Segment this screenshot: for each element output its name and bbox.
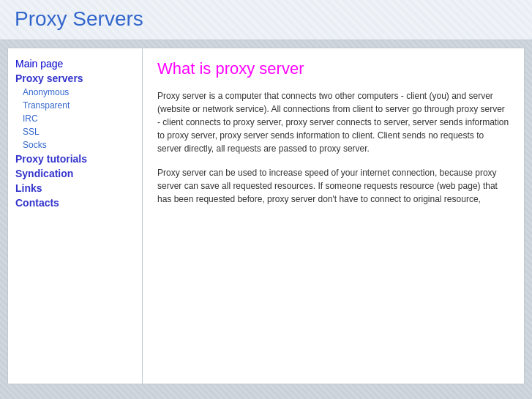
sidebar-link-proxy-tutorials[interactable]: Proxy tutorials (15, 152, 135, 165)
page-title: Proxy Servers (15, 7, 517, 31)
sidebar-link-socks[interactable]: Socks (15, 139, 135, 151)
sidebar-item: Anonymous (15, 86, 135, 98)
sidebar-link-ssl[interactable]: SSL (15, 126, 135, 138)
sidebar-item: Transparent (15, 100, 135, 111)
sidebar-item: Proxy servers (15, 72, 135, 85)
sidebar-link-anonymous[interactable]: Anonymous (15, 86, 135, 98)
content-area: What is proxy server Proxy server is a c… (143, 48, 525, 384)
sidebar-link-contacts[interactable]: Contacts (15, 196, 135, 209)
main-container: Main pageProxy serversAnonymousTranspare… (7, 48, 525, 384)
sidebar-link-proxy-servers[interactable]: Proxy servers (15, 72, 135, 85)
sidebar-link-irc[interactable]: IRC (15, 113, 135, 124)
sidebar-item: IRC (15, 113, 135, 124)
sidebar-item: Contacts (15, 196, 135, 209)
sidebar-item: Links (15, 182, 135, 195)
sidebar-item: Syndication (15, 167, 135, 180)
content-paragraph-2: Proxy server can be used to increase spe… (157, 166, 509, 206)
sidebar-link-main-page[interactable]: Main page (15, 57, 135, 70)
sidebar-item: SSL (15, 126, 135, 138)
sidebar-item: Proxy tutorials (15, 152, 135, 165)
sidebar-link-syndication[interactable]: Syndication (15, 167, 135, 180)
page-header: Proxy Servers (0, 0, 532, 40)
sidebar-item: Socks (15, 139, 135, 151)
sidebar: Main pageProxy serversAnonymousTranspare… (7, 48, 143, 384)
sidebar-link-transparent[interactable]: Transparent (15, 100, 135, 111)
sidebar-link-links[interactable]: Links (15, 182, 135, 195)
sidebar-item: Main page (15, 57, 135, 70)
sidebar-nav: Main pageProxy serversAnonymousTranspare… (15, 57, 135, 209)
content-paragraph-1: Proxy server is a computer that connects… (157, 89, 509, 155)
content-title: What is proxy server (157, 59, 509, 78)
